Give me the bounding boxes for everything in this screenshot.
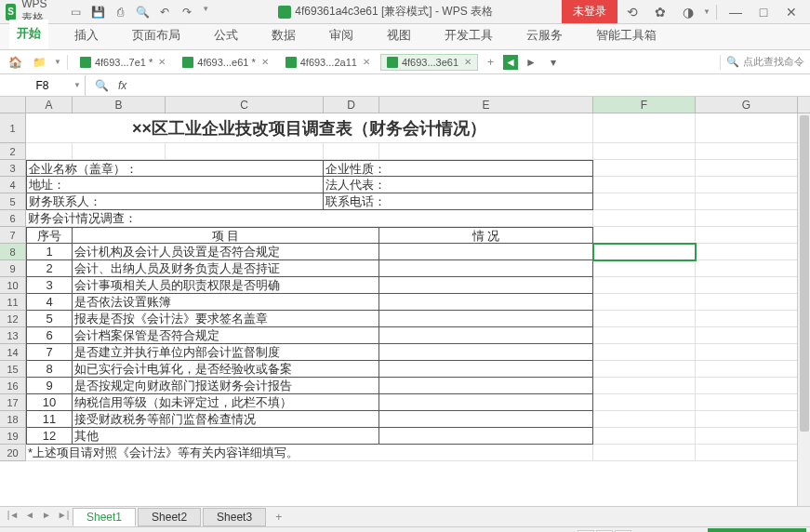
cell[interactable]: 是否建立并执行单位内部会计监督制度 — [73, 344, 379, 361]
cell[interactable]: 6 — [26, 327, 73, 344]
qat-print-icon[interactable]: ⎙ — [113, 5, 127, 20]
ribbon-tab-insert[interactable]: 插入 — [67, 21, 106, 49]
cell[interactable] — [696, 113, 798, 143]
cell[interactable] — [593, 143, 696, 160]
cell[interactable]: 情 况 — [379, 227, 593, 244]
col-header-D[interactable]: D — [324, 97, 379, 113]
row-header[interactable]: 14 — [0, 344, 26, 361]
cell[interactable] — [379, 378, 593, 394]
ribbon-tab-smarttools[interactable]: 智能工具箱 — [589, 21, 664, 49]
row-header[interactable]: 13 — [0, 327, 26, 344]
tab-nav-left-icon[interactable]: ◄ — [503, 55, 518, 70]
cell[interactable] — [696, 294, 798, 311]
cell[interactable]: 是否依法设置账簿 — [73, 294, 379, 311]
cell[interactable]: 7 — [26, 344, 73, 361]
row-header[interactable]: 9 — [0, 260, 26, 277]
cell[interactable]: 10 — [26, 394, 73, 411]
close-icon[interactable]: ✕ — [261, 57, 269, 67]
cell[interactable] — [696, 277, 798, 294]
cell[interactable] — [379, 294, 593, 311]
cell[interactable] — [593, 277, 696, 294]
col-header-B[interactable]: B — [73, 97, 166, 113]
cell[interactable] — [379, 344, 593, 361]
row-header[interactable]: 7 — [0, 227, 26, 244]
cell[interactable]: 纳税信用等级（如未评定过，此栏不填） — [73, 394, 379, 411]
cell[interactable] — [696, 260, 798, 277]
cell[interactable]: 企业性质： — [324, 160, 593, 177]
scrollbar-thumb[interactable] — [800, 115, 809, 432]
vertical-scrollbar[interactable] — [797, 113, 810, 506]
cell[interactable] — [593, 361, 696, 378]
search-icon[interactable]: 🔍 — [726, 56, 739, 68]
add-sheet-button[interactable]: + — [268, 511, 289, 524]
cell[interactable] — [593, 227, 696, 244]
qat-dropdown-icon[interactable]: ▼ — [202, 5, 209, 20]
close-icon[interactable]: ✕ — [158, 57, 166, 67]
cell[interactable] — [696, 311, 798, 327]
row-header[interactable]: 15 — [0, 361, 26, 378]
cell[interactable]: 项 目 — [73, 227, 379, 244]
sheet-nav-last-icon[interactable]: ►| — [56, 510, 71, 525]
cell[interactable] — [593, 210, 696, 227]
sheet-tab[interactable]: Sheet2 — [138, 508, 201, 526]
qat-save-icon[interactable]: 💾 — [90, 5, 105, 20]
cell[interactable]: 序号 — [26, 227, 73, 244]
cell[interactable] — [696, 210, 798, 227]
ribbon-tab-review[interactable]: 审阅 — [322, 21, 361, 49]
cell[interactable] — [593, 260, 696, 277]
cell[interactable]: 会计、出纳人员及财务负责人是否持证 — [73, 260, 379, 277]
ribbon-tab-pagelayout[interactable]: 页面布局 — [125, 21, 188, 49]
cell[interactable] — [696, 160, 798, 177]
cell[interactable]: 会计档案保管是否符合规定 — [73, 327, 379, 344]
row-header[interactable]: 6 — [0, 210, 26, 227]
cell[interactable]: 财务会计情况调查： — [26, 210, 593, 227]
row-header[interactable]: 18 — [0, 411, 26, 428]
qat-undo-icon[interactable]: ↶ — [157, 5, 172, 20]
cell[interactable]: 是否按规定向财政部门报送财务会计报告 — [73, 378, 379, 394]
row-header[interactable]: 11 — [0, 294, 26, 311]
cell[interactable] — [593, 378, 696, 394]
row-header[interactable]: 12 — [0, 311, 26, 327]
ribbon-tab-start[interactable]: 开始 — [9, 20, 48, 49]
row-header[interactable]: 10 — [0, 277, 26, 294]
cell[interactable] — [379, 327, 593, 344]
row-header[interactable]: 4 — [0, 177, 26, 193]
cell[interactable] — [379, 277, 593, 294]
cell[interactable]: 法人代表： — [324, 177, 593, 193]
cell[interactable]: 2 — [26, 260, 73, 277]
skin-dropdown-icon[interactable]: ▼ — [703, 7, 710, 16]
row-header[interactable]: 8 — [0, 244, 26, 260]
doc-tab[interactable]: 4f693...2a11✕ — [279, 54, 377, 71]
active-cell[interactable] — [593, 244, 696, 260]
close-icon[interactable]: ✕ — [363, 57, 370, 67]
sheet-nav-next-icon[interactable]: ► — [39, 510, 54, 525]
cell[interactable]: 4 — [26, 294, 73, 311]
cell[interactable] — [593, 294, 696, 311]
cell[interactable]: 9 — [26, 378, 73, 394]
cell[interactable] — [379, 143, 593, 160]
cell[interactable] — [593, 428, 696, 445]
cell[interactable]: 如已实行会计电算化，是否经验收或备案 — [73, 361, 379, 378]
ribbon-tab-formula[interactable]: 公式 — [206, 21, 246, 49]
skin-icon[interactable]: ◑ — [675, 2, 701, 22]
col-header-E[interactable]: E — [379, 97, 593, 113]
cell[interactable] — [593, 445, 696, 461]
qat-redo-icon[interactable]: ↷ — [179, 5, 194, 20]
cell[interactable] — [696, 394, 798, 411]
cell[interactable] — [593, 344, 696, 361]
cell[interactable]: 12 — [26, 428, 73, 445]
cell[interactable]: 接受财政税务等部门监督检查情况 — [73, 411, 379, 428]
cell[interactable] — [593, 113, 696, 143]
cell[interactable]: 地址： — [26, 177, 324, 193]
row-header[interactable]: 2 — [0, 143, 26, 160]
row-header[interactable]: 1 — [0, 113, 26, 143]
maximize-button[interactable]: □ — [750, 2, 777, 22]
cell[interactable] — [696, 378, 798, 394]
cell[interactable] — [324, 143, 379, 160]
cell[interactable] — [379, 411, 593, 428]
sheet-nav-first-icon[interactable]: |◄ — [6, 510, 20, 525]
cell[interactable] — [696, 411, 798, 428]
sheet-nav-prev-icon[interactable]: ◄ — [22, 510, 37, 525]
cell[interactable] — [593, 193, 696, 210]
cell[interactable] — [696, 344, 798, 361]
